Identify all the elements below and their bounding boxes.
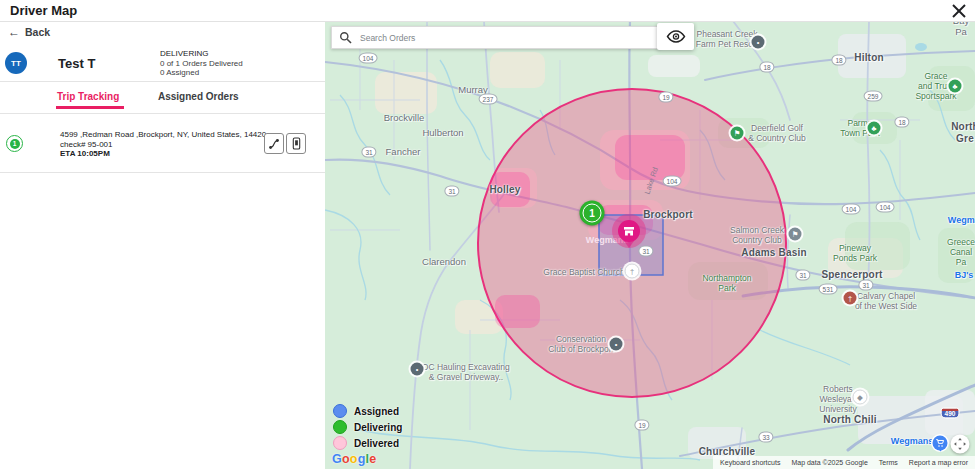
park-icon: ♣ (949, 80, 962, 93)
route-shield: 104 (359, 53, 378, 64)
delivering-order-marker[interactable]: 1 (580, 201, 605, 226)
shopping-cart-icon[interactable] (933, 436, 948, 451)
route-shield: 104 (842, 204, 861, 215)
divider (0, 113, 325, 114)
order-stop-number: 1 (10, 139, 20, 149)
map-label: Deerfield Golf & Country Club (748, 124, 806, 144)
university-icon: ◆ (853, 390, 868, 405)
map-label: Grace Baptist Church (543, 268, 624, 278)
route-shield: 531 (819, 284, 838, 295)
attribution-item: Map data ©2025 Google (791, 459, 867, 466)
map-label: Fancher (386, 147, 421, 158)
google-logo-letter: o (350, 452, 358, 466)
map-label: Northampton Park (702, 274, 751, 294)
storefront-icon (618, 220, 640, 242)
order-eta: ETA 10:05PM (60, 149, 266, 159)
delivering-order-number: 1 (583, 204, 602, 223)
route-shield: 490 (941, 408, 960, 419)
map-label: Bay Pa (953, 21, 969, 38)
divider (0, 172, 325, 173)
golf-icon: ⚑ (731, 127, 744, 140)
route-shield: 18 (831, 55, 846, 66)
visibility-toggle-button[interactable] (657, 23, 694, 50)
driver-status: DELIVERING 0 of 1 Orders Delivered 0 Ass… (160, 49, 243, 78)
route-shield: 33 (758, 432, 773, 443)
legend-row: Assigned (333, 403, 402, 419)
map-label: North Gre (951, 121, 975, 144)
orders-delivered-line: 0 of 1 Orders Delivered (160, 59, 243, 69)
map-label: Conservation Club of Brockport (548, 335, 614, 355)
legend-row: Delivered (333, 435, 402, 451)
attribution-item[interactable]: Report a map error (909, 459, 968, 466)
page-title: Driver Map (10, 3, 77, 18)
avatar: TT (5, 52, 27, 74)
map-label: Wegmans (948, 215, 975, 225)
map-label: Hilton (854, 52, 884, 64)
driver-panel: ← Back TT Test T DELIVERING 0 of 1 Order… (0, 21, 325, 469)
church-icon: † (844, 292, 857, 305)
pan-arrows-icon (954, 438, 967, 451)
map-label: Brockport (643, 209, 693, 221)
map-label: Salmon Creek Country Club (730, 226, 784, 246)
legend-dot (333, 404, 347, 418)
poi-icon: • (610, 338, 623, 351)
order-search (331, 26, 660, 49)
route-button[interactable] (264, 133, 284, 154)
route-shield: 19 (634, 420, 649, 431)
route-shield: 31 (795, 270, 810, 281)
route-shield: 237 (479, 94, 498, 105)
map-canvas[interactable]: HiltonHolleyBrockportAdams BasinSpencerp… (325, 21, 975, 469)
pet-resort-icon: • (752, 36, 765, 49)
map-label: Brockville (384, 113, 425, 124)
pan-control-button[interactable] (951, 435, 970, 454)
search-input[interactable] (358, 27, 657, 48)
eye-icon (666, 30, 686, 43)
route-shield: 18 (894, 117, 909, 128)
church-icon: † (625, 264, 640, 279)
golf-icon: ⚑ (789, 228, 802, 241)
map-label: Adams Basin (741, 247, 807, 259)
map-label: Clarendon (422, 257, 466, 268)
device-button[interactable] (286, 133, 306, 154)
route-shield: 31 (858, 280, 873, 291)
order-stop-badge: 1 (6, 135, 23, 152)
device-icon (291, 137, 302, 150)
map-label: Greece Canal Pa (947, 238, 975, 267)
map-label: DC Hauling Excavating & Gravel Driveway.… (422, 363, 509, 383)
map-label: Spencerport (821, 269, 882, 281)
dialog-header: Driver Map (0, 0, 975, 22)
attribution-item[interactable]: Terms (879, 459, 898, 466)
back-button[interactable]: ← Back (8, 26, 50, 38)
map-label: Wegmans (891, 436, 933, 446)
back-arrow-icon: ← (8, 27, 20, 37)
legend-dot (333, 436, 347, 450)
store-marker[interactable] (612, 214, 646, 248)
search-icon (339, 31, 352, 44)
tab-trip-tracking[interactable]: Trip Tracking (57, 91, 119, 102)
legend-label: Assigned (354, 406, 399, 417)
map-label: Pineway Ponds Park (833, 244, 877, 264)
tab-assigned-orders[interactable]: Assigned Orders (158, 91, 239, 102)
close-icon[interactable] (951, 3, 967, 19)
driver-name: Test T (58, 56, 95, 71)
map-label: Calvary Chapel of the West Side (855, 292, 917, 312)
route-icon (268, 138, 280, 150)
map-legend: AssignedDeliveringDelivered (333, 403, 402, 451)
map-label: Holley (489, 184, 520, 196)
map-label: BJ's (955, 270, 974, 280)
attribution-item[interactable]: Keyboard shortcuts (720, 459, 780, 466)
google-logo-letter: o (342, 452, 350, 466)
park-icon: ♣ (868, 122, 881, 135)
google-logo-letter: G (332, 452, 342, 466)
route-shield: 31 (638, 246, 653, 257)
map-attribution: Keyboard shortcutsMap data ©2025 GoogleT… (713, 456, 975, 469)
map-label: Hulberton (422, 128, 463, 139)
order-details: 4599 ,Redman Road ,Brockport, NY, United… (60, 130, 266, 159)
google-logo: Google (332, 452, 376, 466)
legend-label: Delivered (354, 438, 399, 449)
map-label: Pheasant Creek Farm Pet Resort (696, 30, 758, 50)
driver-status-label: DELIVERING (160, 49, 243, 59)
divider (0, 81, 325, 82)
order-address: 4599 ,Redman Road ,Brockport, NY, United… (60, 130, 266, 140)
route-shield: 104 (663, 176, 682, 187)
